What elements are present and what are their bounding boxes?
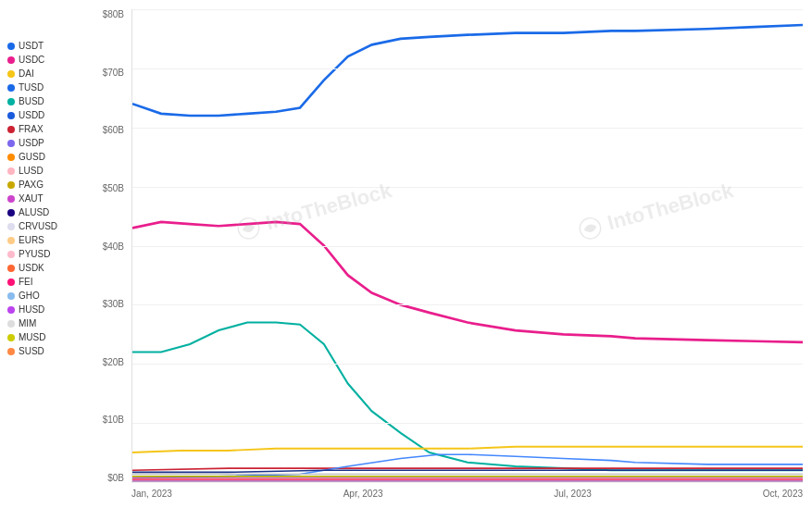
legend-dot [7, 237, 15, 244]
legend-item-busd: BUSD [7, 94, 83, 108]
legend-item-fei: FEI [7, 275, 83, 289]
y-axis-label: $70B [103, 68, 124, 78]
legend-dot [7, 140, 15, 147]
legend-label: FEI [19, 275, 33, 289]
legend-label: HUSD [19, 303, 44, 316]
legend-item-pyusd: PYUSD [7, 247, 83, 261]
legend-label: BUSD [19, 94, 44, 108]
x-axis-label: Jul, 2023 [554, 489, 592, 499]
legend-item-frax: FRAX [7, 122, 83, 136]
legend-item-husd: HUSD [7, 303, 83, 316]
legend-item-paxg: PAXG [7, 178, 83, 192]
legend-item-usdk: USDK [7, 261, 83, 275]
legend-dot [7, 195, 15, 203]
legend-item-gho: GHO [7, 289, 83, 303]
legend-item-musd: MUSD [7, 330, 83, 344]
chart-container: USDT USDC DAI TUSD BUSD USDD FRAX USDP G… [0, 0, 812, 520]
legend-label: MUSD [19, 330, 45, 344]
y-axis-label: $0B [107, 473, 124, 483]
usdt-line [132, 25, 803, 116]
legend-dot [7, 279, 15, 286]
y-axis-label: $20B [103, 357, 124, 367]
legend-dot [7, 167, 15, 175]
legend-label: USDT [19, 39, 44, 53]
x-axis-label: Apr, 2023 [344, 489, 383, 499]
legend-label: XAUT [19, 192, 44, 205]
legend-dot [7, 265, 15, 272]
y-axis-label: $40B [103, 241, 124, 252]
legend-label: LUSD [19, 164, 44, 178]
legend-dot [7, 84, 15, 92]
y-axis-label: $80B [103, 9, 124, 19]
legend-item-dai: DAI [7, 67, 83, 80]
legend-dot [7, 320, 15, 328]
legend-item-usdp: USDP [7, 136, 83, 150]
legend-dot [7, 154, 15, 161]
legend-dot [7, 43, 15, 50]
legend-dot [7, 251, 15, 258]
legend-dot [7, 56, 15, 64]
y-axis-label: $50B [103, 183, 124, 193]
x-axis-labels: Jan, 2023Apr, 2023Jul, 2023Oct, 2023 [131, 485, 803, 511]
legend-item-lusd: LUSD [7, 164, 83, 178]
legend-label: USDD [19, 108, 44, 122]
legend-item-tusd: TUSD [7, 80, 83, 94]
legend-label: EURS [19, 233, 44, 247]
chart-area: $80B$70B$60B$50B$40B$30B$20B$10B$0B Into… [93, 9, 803, 511]
legend-label: USDC [19, 53, 44, 67]
legend-label: TUSD [19, 80, 44, 94]
chart-inner: IntoTheBlock IntoTheBlock [131, 9, 803, 483]
legend-label: USDP [19, 136, 44, 150]
legend-label: USDK [19, 261, 44, 275]
legend-label: GUSD [19, 150, 45, 164]
legend-dot [7, 126, 15, 133]
legend-dot [7, 223, 15, 230]
legend-dot [7, 292, 15, 300]
legend-item-xaut: XAUT [7, 192, 83, 205]
legend-label: PAXG [19, 178, 44, 192]
legend-label: FRAX [19, 122, 44, 136]
legend-label: PYUSD [19, 247, 50, 261]
y-axis-label: $30B [103, 299, 124, 309]
legend-item-usdd: USDD [7, 108, 83, 122]
legend-label: DAI [19, 67, 34, 80]
legend-label: ALUSD [19, 205, 49, 219]
legend-label: MIM [19, 316, 36, 330]
legend-label: SUSD [19, 344, 44, 358]
y-axis-label: $60B [103, 125, 124, 135]
x-axis-label: Oct, 2023 [763, 489, 803, 499]
legend-dot [7, 209, 15, 217]
legend-dot [7, 306, 15, 314]
x-axis-label: Jan, 2023 [131, 489, 172, 499]
legend-dot [7, 348, 15, 355]
legend-dot [7, 70, 15, 78]
usdc-line [132, 222, 803, 342]
legend-dot [7, 112, 15, 119]
legend-item-mim: MIM [7, 316, 83, 330]
legend-label: GHO [19, 289, 40, 303]
legend-item-susd: SUSD [7, 344, 83, 358]
legend-item-crvusd: CRVUSD [7, 219, 83, 233]
legend-item-gusd: GUSD [7, 150, 83, 164]
dai-line [132, 447, 803, 452]
y-axis-label: $10B [103, 415, 124, 425]
y-axis-labels: $80B$70B$60B$50B$40B$30B$20B$10B$0B [93, 9, 128, 483]
legend-dot [7, 181, 15, 189]
legend-dot [7, 98, 15, 105]
legend-dot [7, 334, 15, 341]
legend-label: CRVUSD [19, 219, 57, 233]
legend-item-eurs: EURS [7, 233, 83, 247]
legend: USDT USDC DAI TUSD BUSD USDD FRAX USDP G… [0, 9, 83, 511]
legend-item-usdc: USDC [7, 53, 83, 67]
legend-item-alusd: ALUSD [7, 205, 83, 219]
legend-item-usdt: USDT [7, 39, 83, 53]
